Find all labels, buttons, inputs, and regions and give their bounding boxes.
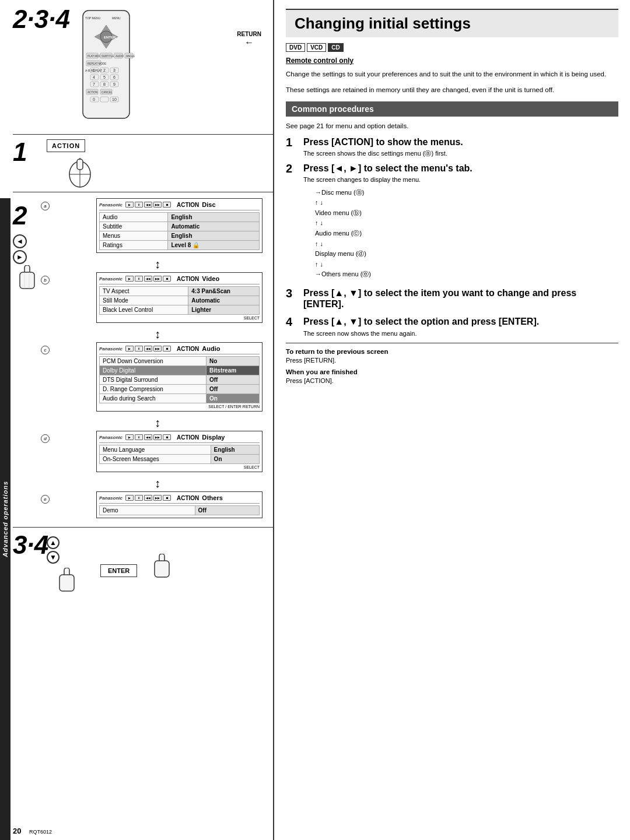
svg-text:MENU: MENU	[112, 16, 121, 20]
note-1-text: Press [RETURN].	[286, 357, 618, 364]
step-num-1: 1	[286, 136, 298, 148]
sidebar-label: Advanced operations	[2, 481, 9, 557]
action-box-step1: ACTION	[47, 139, 85, 152]
see-page-note: See page 21 for menu and option details.	[286, 122, 618, 129]
page-number: 20	[13, 827, 21, 835]
svg-text:3: 3	[113, 68, 116, 72]
menu-panel-display: Panasonic ▶⏸◀◀▶▶⏹ ACTION Display Menu La…	[96, 431, 262, 472]
svg-text:ANGLE: ANGLE	[126, 55, 135, 58]
menu-tree: →Disc menu (ⓐ) ↑ ↓ Video menu (ⓑ) ↑ ↓ Au…	[315, 188, 618, 280]
menu-panel-others: Panasonic ▶⏸◀◀▶▶⏹ ACTION Others DemoOff	[96, 491, 262, 518]
audio-menu-table: PCM Down ConversionNo Dolby DigitalBitst…	[99, 356, 260, 403]
svg-rect-57	[60, 575, 74, 591]
note-1-bold: To return to the previous screen	[286, 348, 618, 355]
svg-text:TOP MENU: TOP MENU	[85, 16, 101, 20]
nav-arrows: ◄ ►	[13, 234, 27, 264]
svg-text:AUDIO: AUDIO	[116, 55, 124, 58]
enter-area: ENTER	[60, 554, 178, 588]
circle-d: d	[41, 434, 50, 443]
menu-panel-audio: Panasonic ▶⏸◀◀▶▶⏹ ACTION Audio PCM Down …	[96, 342, 262, 412]
sidebar-strip: Advanced operations	[0, 198, 10, 840]
instruction-step-2: 2 Press [◄, ►] to select the menu's tab.…	[286, 163, 618, 283]
arrow-between-c-d: ↕	[47, 416, 268, 430]
svg-text:REPEAT MODE: REPEAT MODE	[88, 62, 106, 65]
svg-text:5: 5	[103, 75, 106, 79]
page-title: Changing initial settings	[286, 9, 618, 37]
intro-text-1: Change the settings to suit your prefere…	[286, 69, 618, 79]
svg-text:0: 0	[93, 97, 95, 101]
video-menu-table: TV Aspect4:3 Pan&Scan Still ModeAutomati…	[99, 286, 260, 315]
svg-text:4: 4	[93, 75, 95, 79]
badge-vcd: VCD	[307, 43, 326, 52]
svg-rect-53	[20, 272, 34, 289]
svg-text:2: 2	[103, 68, 106, 72]
svg-text:SUBTITLE: SUBTITLE	[102, 55, 114, 58]
hand-icon-2	[14, 265, 40, 296]
step-3-title: Press [▲, ▼] to select the item you want…	[303, 287, 618, 310]
svg-text:9: 9	[113, 82, 116, 86]
instruction-step-4: 4 Press [▲, ▼] to select the option and …	[286, 316, 618, 338]
divider	[286, 343, 618, 343]
svg-rect-59	[155, 561, 169, 577]
display-menu-table: Menu LanguageEnglish On-Screen MessagesO…	[99, 445, 260, 464]
circle-c: c	[41, 346, 50, 354]
badge-cd: CD	[328, 43, 343, 52]
note-2-text: Press [ACTION].	[286, 377, 618, 384]
svg-rect-50	[77, 159, 83, 170]
note-2-bold: When you are finished	[286, 368, 618, 375]
up-down-arrows-34: ▲	[47, 536, 60, 549]
hand-icon-1	[65, 158, 94, 192]
disc-menu-table: AudioEnglish SubtitleAutomatic MenusEngl…	[99, 212, 260, 250]
svg-rect-44	[100, 97, 108, 102]
svg-text:A-B REPEAT: A-B REPEAT	[85, 69, 102, 72]
return-label: RETURN ←	[237, 31, 261, 48]
step-4-title: Press [▲, ▼] to select the option and pr…	[303, 316, 618, 327]
step-1-title: Press [ACTION] to show the menus.	[303, 136, 618, 147]
step-2-title: Press [◄, ►] to select the menu's tab.	[303, 163, 618, 174]
svg-text:ENTER: ENTER	[104, 36, 116, 39]
enter-box: ENTER	[100, 564, 137, 577]
format-badges: DVD VCD CD	[286, 43, 618, 52]
step-2-sub: The screen changes to display the menu.	[303, 175, 618, 184]
step-num-3: 3	[286, 287, 298, 299]
circle-a: a	[41, 202, 50, 210]
step-number-34: 3·4	[13, 530, 48, 560]
svg-text:CANCEL: CANCEL	[102, 91, 113, 94]
arrow-between-b-c: ↕	[47, 328, 268, 341]
svg-text:8: 8	[103, 82, 106, 86]
step-number-2: 2	[13, 201, 27, 230]
menu-panel-disc: Panasonic ▶⏸◀◀▶▶⏹ ACTION Disc AudioEngli…	[96, 198, 262, 253]
step-num-4: 4	[286, 316, 298, 328]
right-panel: Changing initial settings DVD VCD CD Rem…	[274, 0, 630, 840]
svg-text:6: 6	[113, 75, 116, 79]
arrow-between-d-e: ↕	[47, 477, 268, 490]
remote-illustration: TOP MENU MENU ENTER PLAY MODE SUBTITLE A…	[60, 8, 153, 132]
svg-text:7: 7	[93, 82, 95, 86]
badge-dvd: DVD	[286, 43, 305, 52]
model-number: RQT6012	[29, 827, 52, 835]
instruction-step-3: 3 Press [▲, ▼] to select the item you wa…	[286, 287, 618, 311]
down-arrow-34: ▼	[47, 551, 60, 564]
menu-panel-video: Panasonic ▶⏸◀◀▶▶⏹ ACTION Video TV Aspect…	[96, 272, 262, 323]
circle-b: b	[41, 276, 50, 284]
step-1-sub: The screen shows the disc settings menu …	[303, 149, 618, 158]
section-header: Common procedures	[286, 101, 618, 117]
svg-text:10: 10	[112, 97, 117, 101]
arrow-between-a-b: ↕	[47, 258, 268, 271]
step-num-2: 2	[286, 163, 298, 174]
remote-only-label: Remote control only	[286, 57, 618, 65]
menu-panels-container: a Panasonic ▶⏸◀◀▶▶⏹ ACTION Disc AudioEng…	[47, 198, 268, 518]
step-number-1: 1	[13, 138, 27, 167]
intro-text-2: These settings are retained in memory un…	[286, 85, 618, 95]
circle-e: e	[41, 495, 50, 504]
svg-text:ACTION: ACTION	[88, 91, 97, 94]
step-4-sub: The screen now shows the menu again.	[303, 329, 618, 338]
instruction-step-1: 1 Press [ACTION] to show the menus. The …	[286, 136, 618, 159]
others-menu-table: DemoOff	[99, 505, 260, 515]
